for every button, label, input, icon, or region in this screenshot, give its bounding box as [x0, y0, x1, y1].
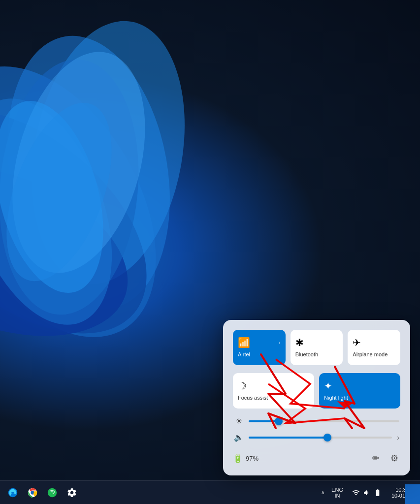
focus-assist-button[interactable]: ☽ Focus assist	[233, 373, 314, 409]
volume-icon: 🔈	[234, 433, 244, 442]
battery-percent: 97%	[246, 455, 258, 462]
airplane-icon: ✈	[353, 337, 361, 348]
wifi-arrow-icon: ›	[279, 340, 281, 346]
volume-chevron-icon[interactable]: ›	[397, 434, 399, 441]
tray-wifi-icon	[352, 489, 360, 497]
taskbar-apps	[4, 484, 81, 502]
bluetooth-label: Bluetooth	[295, 351, 318, 357]
language-region: IN	[335, 493, 340, 499]
tray-battery-icon	[374, 489, 382, 497]
brightness-icon: ☀	[234, 416, 244, 426]
brightness-slider-row: ☀	[233, 416, 400, 426]
volume-thumb[interactable]	[323, 434, 331, 441]
volume-slider-row: 🔈 ›	[233, 433, 400, 442]
taskbar-overflow-chevron[interactable]: ∧	[319, 488, 326, 497]
brightness-fill	[249, 420, 279, 422]
volume-track	[249, 437, 392, 439]
wifi-label: Airtel	[238, 351, 250, 357]
taskbar-edge-icon[interactable]	[4, 484, 22, 502]
panel-footer: 🔋 97% ✏ ⚙	[233, 449, 400, 466]
volume-fill	[249, 437, 327, 439]
moon-icon: ☽	[238, 380, 247, 392]
brightness-track	[249, 420, 399, 422]
edit-button[interactable]: ✏	[370, 451, 382, 466]
language-code: ENG	[331, 487, 343, 493]
focus-assist-label: Focus assist	[238, 395, 268, 401]
airplane-toggle-button[interactable]: ✈ Airplane mode	[348, 330, 400, 365]
tray-volume-icon	[363, 489, 371, 497]
system-tray-icons[interactable]	[348, 487, 386, 499]
night-light-button[interactable]: ✦ Night light	[319, 373, 400, 409]
bluetooth-toggle-button[interactable]: ✱ Bluetooth	[291, 330, 343, 365]
toggle-row-1: 📶 › Airtel ✱ Bluetooth ✈ Airplane mode	[233, 330, 400, 365]
taskbar-system-area: ∧ ENG IN 10:34 10-01-21	[319, 486, 416, 500]
wifi-icon: 📶	[238, 337, 250, 348]
toggle-row-2: ☽ Focus assist ✦ Night light	[233, 373, 400, 409]
airplane-label: Airplane mode	[353, 351, 388, 357]
taskbar-spotify-icon[interactable]	[43, 484, 61, 502]
settings-button[interactable]: ⚙	[388, 451, 400, 466]
wifi-toggle-button[interactable]: 📶 › Airtel	[233, 330, 286, 365]
taskbar-settings-icon[interactable]	[63, 484, 81, 502]
footer-icons: ✏ ⚙	[370, 451, 400, 466]
brightness-thumb[interactable]	[275, 417, 283, 425]
language-indicator[interactable]: ENG IN	[329, 486, 345, 500]
quick-settings-panel: 📶 › Airtel ✱ Bluetooth ✈ Airplane mode ☽…	[223, 320, 410, 475]
battery-icon: 🔋	[233, 454, 243, 463]
bluetooth-icon: ✱	[295, 337, 304, 348]
volume-slider[interactable]	[249, 437, 392, 439]
taskbar: ∧ ENG IN 10:34 10-01-21	[0, 480, 420, 504]
svg-point-13	[48, 488, 57, 497]
taskbar-chrome-icon[interactable]	[24, 484, 41, 502]
taskbar-preview-block	[405, 484, 420, 504]
brightness-slider[interactable]	[249, 420, 399, 422]
night-light-label: Night light	[324, 395, 348, 401]
battery-info: 🔋 97%	[233, 454, 258, 463]
nightlight-icon: ✦	[324, 380, 332, 392]
